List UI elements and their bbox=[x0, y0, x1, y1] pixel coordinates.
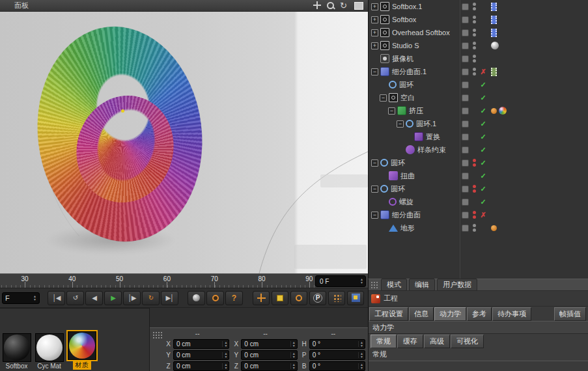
tree-row[interactable]: 置换✓ bbox=[369, 130, 588, 143]
enable-toggle[interactable]: ✓ bbox=[479, 159, 487, 167]
coord-spinner[interactable]: ▲▼ bbox=[222, 363, 227, 369]
mode-tab-2[interactable]: 用户数据 bbox=[437, 279, 477, 291]
timeline-tick[interactable]: 80 bbox=[258, 275, 265, 282]
visibility-dots[interactable] bbox=[471, 14, 477, 25]
visibility-dot-top[interactable] bbox=[473, 16, 476, 19]
object-label[interactable]: 置换 bbox=[426, 132, 440, 142]
visibility-dot-bottom[interactable] bbox=[473, 228, 476, 232]
coord-spinner[interactable]: ▲▼ bbox=[290, 341, 296, 347]
tree-row[interactable]: 摄像机 bbox=[369, 52, 588, 65]
layer-chip[interactable] bbox=[462, 3, 469, 10]
tree-expander[interactable]: + bbox=[371, 29, 378, 36]
coord-input[interactable]: 0 cm▲▼ bbox=[241, 350, 297, 360]
sphere-rainbow-tag[interactable] bbox=[499, 107, 507, 115]
object-label[interactable]: 空白 bbox=[400, 93, 415, 103]
render-view-button[interactable] bbox=[188, 291, 205, 305]
layer-chip[interactable] bbox=[462, 81, 469, 89]
material-item[interactable]: 材质 bbox=[66, 331, 97, 370]
tree-row[interactable]: +Softbox.1 bbox=[369, 0, 588, 13]
object-label[interactable]: Softbox.1 bbox=[392, 3, 422, 10]
object-label[interactable]: Overhead Softbox bbox=[392, 29, 450, 36]
enable-toggle[interactable]: ✓ bbox=[479, 107, 487, 115]
film-green-tag[interactable] bbox=[491, 68, 497, 76]
coord-spinner[interactable]: ▲▼ bbox=[222, 341, 227, 347]
viewport-3d[interactable] bbox=[0, 12, 368, 273]
tree-row[interactable]: 地形 bbox=[369, 221, 588, 234]
tree-expander[interactable]: − bbox=[397, 120, 404, 128]
coordinates-grip[interactable] bbox=[152, 331, 162, 338]
visibility-dots[interactable] bbox=[471, 1, 477, 12]
coord-spinner[interactable]: ▲▼ bbox=[358, 341, 363, 347]
coordinate-system-button[interactable]: P bbox=[309, 291, 326, 305]
coord-spinner[interactable]: ▲▼ bbox=[358, 352, 363, 358]
tree-expander[interactable]: − bbox=[371, 68, 378, 76]
pan-icon[interactable] bbox=[313, 1, 322, 10]
prev-frame-button[interactable]: ◀ bbox=[85, 291, 103, 305]
material-thumbnail[interactable] bbox=[35, 333, 64, 362]
coord-input[interactable]: 0 cm▲▼ bbox=[173, 339, 229, 349]
object-label[interactable]: 地形 bbox=[400, 223, 415, 233]
coord-spinner[interactable]: ▲▼ bbox=[222, 352, 227, 358]
rotate-icon[interactable] bbox=[340, 1, 349, 10]
visibility-dot-bottom[interactable] bbox=[473, 189, 476, 193]
timeline-tick[interactable]: 30 bbox=[21, 275, 28, 282]
visibility-dots[interactable] bbox=[471, 66, 477, 77]
object-label[interactable]: 圆环 bbox=[391, 184, 405, 194]
tree-row[interactable]: +Studio S bbox=[369, 39, 588, 52]
visibility-dots[interactable] bbox=[471, 79, 477, 90]
coord-spinner[interactable]: ▲▼ bbox=[358, 363, 363, 369]
timeline-tick[interactable]: 70 bbox=[211, 275, 218, 282]
timeline-ticks[interactable]: 30405060708090 bbox=[0, 274, 315, 288]
tree-expander[interactable]: − bbox=[371, 159, 378, 167]
visibility-dot-top[interactable] bbox=[473, 159, 476, 162]
tree-expander[interactable]: + bbox=[371, 16, 378, 23]
visibility-dots[interactable] bbox=[471, 184, 477, 194]
layer-chip[interactable] bbox=[462, 120, 469, 128]
timeline-tick[interactable]: 60 bbox=[163, 275, 171, 282]
visibility-dot-bottom[interactable] bbox=[473, 46, 476, 49]
material-item[interactable]: Softbox bbox=[1, 333, 32, 370]
attribute-grip[interactable] bbox=[371, 281, 379, 289]
layer-chip[interactable] bbox=[462, 159, 469, 167]
enable-toggle[interactable]: ✗ bbox=[479, 68, 487, 76]
goto-start-button[interactable]: │◀ bbox=[48, 291, 65, 305]
layer-chip[interactable] bbox=[462, 55, 469, 62]
attr-tab-1[interactable]: 信息 bbox=[409, 307, 434, 321]
layer-chip[interactable] bbox=[462, 225, 469, 232]
attr-subtab-2[interactable]: 高级 bbox=[424, 335, 450, 348]
layer-chip[interactable] bbox=[462, 146, 469, 154]
layer-chip[interactable] bbox=[462, 199, 469, 206]
tree-row[interactable]: −空白✓ bbox=[369, 91, 588, 104]
visibility-dots[interactable] bbox=[471, 131, 477, 142]
tree-expander[interactable]: − bbox=[380, 94, 387, 102]
tree-row[interactable]: 扭曲✓ bbox=[369, 169, 588, 182]
workplane-button[interactable] bbox=[347, 291, 364, 305]
tree-expander[interactable]: + bbox=[371, 42, 378, 49]
visibility-dots[interactable] bbox=[471, 92, 477, 103]
play-backward-button[interactable]: ↺ bbox=[66, 291, 84, 305]
coord-input[interactable]: 0 cm▲▼ bbox=[173, 361, 229, 371]
tree-row[interactable]: −圆环✓ bbox=[369, 156, 588, 169]
visibility-dot-top[interactable] bbox=[473, 211, 476, 214]
mode-tab-1[interactable]: 编辑 bbox=[409, 279, 435, 291]
tree-expander[interactable]: − bbox=[388, 107, 395, 115]
coord-input[interactable]: 0 cm▲▼ bbox=[241, 339, 297, 349]
visibility-dot-top[interactable] bbox=[473, 55, 476, 58]
visibility-dot-bottom[interactable] bbox=[473, 72, 476, 76]
visibility-dot-top[interactable] bbox=[473, 185, 476, 188]
visibility-dot-top[interactable] bbox=[473, 29, 476, 32]
attr-tab-0[interactable]: 工程设置 bbox=[369, 307, 408, 321]
visibility-dots[interactable] bbox=[471, 40, 477, 51]
dot-orange-tag[interactable] bbox=[491, 108, 497, 114]
coord-spinner[interactable]: ▲▼ bbox=[290, 363, 296, 369]
enable-toggle[interactable]: ✓ bbox=[479, 172, 487, 180]
object-label[interactable]: 挤压 bbox=[409, 106, 423, 116]
layer-chip[interactable] bbox=[462, 29, 469, 36]
visibility-dots[interactable] bbox=[471, 27, 477, 38]
tree-row[interactable]: 螺旋✓ bbox=[369, 195, 588, 208]
attr-tab-3[interactable]: 参考 bbox=[467, 307, 492, 321]
visibility-dots[interactable] bbox=[471, 158, 477, 168]
coord-input[interactable]: 0 cm▲▼ bbox=[173, 350, 229, 360]
object-label[interactable]: 摄像机 bbox=[392, 54, 413, 64]
project-row[interactable]: 工程 bbox=[369, 291, 588, 307]
